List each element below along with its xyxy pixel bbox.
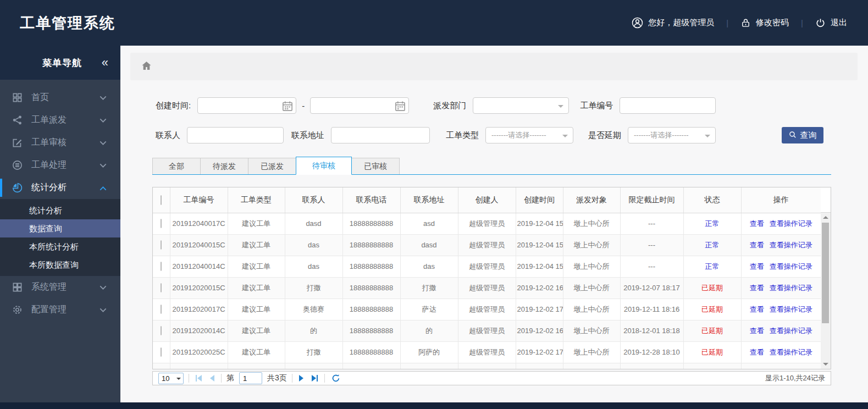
sidebar-subitem-stats-analysis[interactable]: 统计分析 <box>0 201 120 219</box>
view-link[interactable]: 查看 <box>750 262 764 270</box>
tab-pending-review[interactable]: 待审核 <box>296 157 352 175</box>
order-no-input[interactable] <box>620 97 716 114</box>
table-cell: 2019-12-28 18:10 <box>620 341 683 363</box>
table-cell: 超级管理员 <box>458 234 516 256</box>
row-checkbox[interactable] <box>161 262 162 271</box>
table-cell: 2019-12-11 18:16 <box>620 299 683 320</box>
calendar-icon[interactable] <box>282 101 293 112</box>
table-cell: 的 <box>285 320 342 341</box>
home-icon[interactable] <box>141 60 152 73</box>
first-page-button[interactable] <box>194 375 203 382</box>
table-cell: 建议工单 <box>228 341 285 363</box>
table-cell: 超级管理员 <box>458 256 516 277</box>
table-row: 201912040017C建议工单dasd18888888888asd超级管理员… <box>153 213 821 234</box>
view-link[interactable]: 查看 <box>750 305 764 313</box>
scroll-up-icon[interactable] <box>823 216 828 219</box>
table-cell: 超级管理员 <box>458 213 516 234</box>
table-row: 201912020014C建议工单的18888888888的超级管理员2019-… <box>153 320 821 341</box>
contact-input[interactable] <box>187 127 284 143</box>
view-log-link[interactable]: 查看操作记录 <box>770 262 812 270</box>
view-log-link[interactable]: 查看操作记录 <box>770 348 812 356</box>
sidebar-item-review[interactable]: 工单审核 <box>0 131 120 154</box>
database-icon <box>12 160 23 171</box>
page-size-select[interactable]: 10 <box>158 373 184 384</box>
view-log-link[interactable]: 查看操作记录 <box>770 219 812 228</box>
tab-dispatched[interactable]: 已派发 <box>248 158 296 174</box>
current-page-input[interactable] <box>239 372 262 384</box>
table-cell: 建议工单 <box>228 277 285 299</box>
create-time-label: 创建时间: <box>156 101 191 111</box>
view-log-link[interactable]: 查看操作记录 <box>770 241 812 249</box>
chevron-down-icon <box>558 105 563 110</box>
column-header: 创建时间 <box>516 187 563 213</box>
view-link[interactable]: 查看 <box>750 219 764 228</box>
user-greeting[interactable]: 您好，超级管理员 <box>632 17 714 29</box>
sidebar-item-dispatch[interactable]: 工单派发 <box>0 109 120 131</box>
sidebar-item-system[interactable]: 系统管理 <box>0 276 120 299</box>
view-link[interactable]: 查看 <box>750 348 764 356</box>
table-cell: 萨达 <box>400 299 458 320</box>
table-cell: dasd <box>400 234 458 256</box>
order-type-label: 工单类型 <box>446 130 479 141</box>
view-link[interactable]: 查看 <box>750 241 764 249</box>
row-checkbox[interactable] <box>161 305 162 314</box>
create-time-end-input[interactable] <box>310 97 409 114</box>
sidebar-subitem-branch-query[interactable]: 本所数据查询 <box>0 256 120 274</box>
change-password-link[interactable]: 修改密码 <box>740 18 789 28</box>
sidebar-subitem-data-query[interactable]: 数据查询 <box>0 219 120 237</box>
tab-pending-dispatch[interactable]: 待派发 <box>200 158 248 174</box>
table-cell: 建议工单 <box>228 256 285 277</box>
table-cell: 18888888888 <box>342 256 400 277</box>
row-checkbox[interactable] <box>161 219 162 228</box>
refresh-button[interactable] <box>330 374 342 383</box>
scrollbar-thumb[interactable] <box>822 223 829 323</box>
delay-label: 是否延期 <box>588 130 621 141</box>
status-cell: 正常 <box>683 256 741 277</box>
row-checkbox[interactable] <box>161 240 162 250</box>
table-cell: 的 <box>400 320 458 341</box>
last-page-button[interactable] <box>310 375 319 382</box>
gear-icon <box>12 305 23 316</box>
tab-all[interactable]: 全部 <box>152 158 201 174</box>
select-all-checkbox[interactable] <box>161 195 162 205</box>
prev-page-button[interactable] <box>208 375 216 382</box>
column-header: 联系电话 <box>342 187 400 213</box>
view-log-link[interactable]: 查看操作记录 <box>770 284 812 292</box>
order-type-select[interactable]: -------请选择------- <box>485 127 573 143</box>
dispatch-dept-select[interactable] <box>473 97 569 114</box>
lock-icon <box>740 18 751 28</box>
address-input[interactable] <box>331 127 430 143</box>
view-log-link[interactable]: 查看操作记录 <box>770 327 812 335</box>
sidebar-item-home[interactable]: 首页 <box>0 86 120 109</box>
view-link[interactable]: 查看 <box>750 284 764 292</box>
view-link[interactable]: 查看 <box>750 327 764 335</box>
records-summary: 显示1-10,共24记录 <box>765 373 825 383</box>
calendar-icon[interactable] <box>395 101 406 112</box>
grid-icon <box>12 92 23 103</box>
table-cell: das <box>285 234 342 256</box>
column-header: 联系人 <box>285 187 342 213</box>
next-page-button[interactable] <box>297 375 305 382</box>
search-button[interactable]: 查询 <box>782 127 823 143</box>
tab-reviewed[interactable]: 已审核 <box>351 158 400 174</box>
scrollbar-track[interactable] <box>821 213 831 369</box>
edit-icon <box>12 137 23 148</box>
sidebar-subitem-branch-stats[interactable]: 本所统计分析 <box>0 237 120 256</box>
status-badge: 已延期 <box>701 327 723 335</box>
row-checkbox[interactable] <box>161 326 162 335</box>
row-checkbox[interactable] <box>161 283 162 292</box>
create-time-start-input[interactable] <box>197 97 296 114</box>
sidebar-item-label: 工单审核 <box>31 137 67 148</box>
sidebar-collapse-icon[interactable]: « <box>102 56 107 70</box>
table-row: 201912020025C建议工单打撒18888888888阿萨的超级管理员20… <box>153 341 821 363</box>
scroll-down-icon[interactable] <box>823 363 828 366</box>
sidebar-item-process[interactable]: 工单处理 <box>0 154 120 176</box>
sidebar-item-config[interactable]: 配置管理 <box>0 299 120 321</box>
table-scrollbar[interactable] <box>821 187 831 369</box>
view-log-link[interactable]: 查看操作记录 <box>770 305 812 313</box>
row-checkbox[interactable] <box>161 347 162 357</box>
delay-select[interactable]: -------请选择------- <box>628 127 716 143</box>
sidebar-item-stats[interactable]: 统计分析 <box>0 176 120 199</box>
row-checkbox[interactable] <box>161 369 162 369</box>
logout-link[interactable]: 退出 <box>815 18 847 28</box>
